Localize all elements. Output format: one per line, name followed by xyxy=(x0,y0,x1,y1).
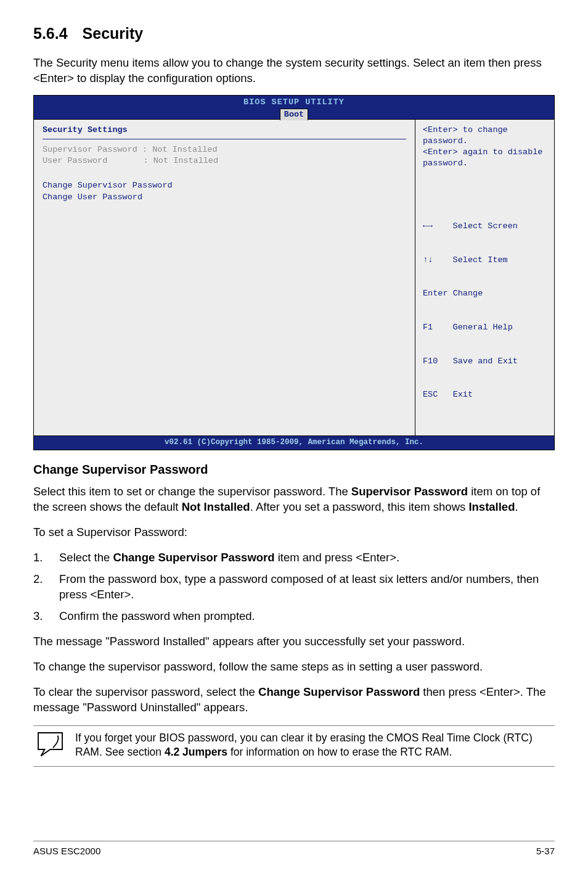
body-paragraph: To set a Supervisor Password: xyxy=(33,525,555,540)
select-screen-label: Select Screen xyxy=(453,221,518,231)
general-help-label: General Help xyxy=(453,323,513,332)
supervisor-row: Supervisor Password : Not Installed xyxy=(43,144,406,155)
change-label: Change xyxy=(453,289,483,298)
note-icon xyxy=(35,731,64,757)
body-paragraph: Select this item to set or change the su… xyxy=(33,484,555,515)
note-box: If you forget your BIOS password, you ca… xyxy=(33,725,555,767)
note-text: If you forget your BIOS password, you ca… xyxy=(75,731,555,760)
list-item: 3. Confirm the password when prompted. xyxy=(33,609,555,624)
user-label: User Password xyxy=(43,156,107,165)
enter-key-label: Enter xyxy=(423,289,448,298)
text-fragment: To clear the supervisor password, select… xyxy=(33,685,258,698)
user-row: User Password : Not Installed xyxy=(43,155,406,167)
text-fragment: . After you set a password, this item sh… xyxy=(250,500,469,513)
footer-right: 5-37 xyxy=(536,845,555,857)
text-fragment: . xyxy=(515,500,518,513)
numbered-list: 1. Select the Change Supervisor Password… xyxy=(33,550,555,624)
intro-paragraph: The Security menu items allow you to cha… xyxy=(33,56,555,86)
change-user-password: Change User Password xyxy=(43,192,406,203)
key-help-row: Enter Change xyxy=(423,288,547,299)
list-text: Select the Change Supervisor Password it… xyxy=(59,550,555,566)
esc-key-label: ESC xyxy=(423,390,438,399)
footer-left: ASUS ESC2000 xyxy=(33,845,100,857)
bios-body: Security Settings Supervisor Password : … xyxy=(34,119,554,435)
list-item: 2. From the password box, type a passwor… xyxy=(33,572,555,603)
list-number: 2. xyxy=(33,572,59,603)
f1-key-label: F1 xyxy=(423,323,433,332)
subheading: Change Supervisor Password xyxy=(33,461,555,478)
key-help-row: F10 Save and Exit xyxy=(423,356,547,367)
bios-header: BIOS SETUP UTILITY Boot xyxy=(34,96,554,119)
body-paragraph: The message "Password Installed" appears… xyxy=(33,634,555,650)
bold-text: Installed xyxy=(468,500,515,513)
hint-line-2: <Enter> again to disable password. xyxy=(423,147,547,169)
bios-left-pane: Security Settings Supervisor Password : … xyxy=(34,120,415,435)
key-help-row: ↑↓ Select Item xyxy=(423,255,547,266)
save-exit-label: Save and Exit xyxy=(453,357,518,366)
bios-title: BIOS SETUP UTILITY xyxy=(34,97,554,108)
user-value: : Not Installed xyxy=(144,156,219,165)
list-text: Confirm the password when prompted. xyxy=(59,609,555,624)
exit-label: Exit xyxy=(453,390,473,399)
bios-divider xyxy=(43,139,406,139)
hint-line-1: <Enter> to change password. xyxy=(423,125,547,147)
body-paragraph: To change the supervisor password, follo… xyxy=(33,659,555,675)
list-number: 3. xyxy=(33,609,59,624)
text-fragment: for information on how to erase the RTC … xyxy=(227,746,452,758)
supervisor-value: : Not Installed xyxy=(142,145,218,154)
body-paragraph: To clear the supervisor password, select… xyxy=(33,685,555,716)
arrows-ud-icon: ↑↓ xyxy=(423,255,433,265)
text-fragment: Select the xyxy=(59,551,113,564)
bios-screenshot: BIOS SETUP UTILITY Boot Security Setting… xyxy=(33,95,555,450)
key-help-row: F1 General Help xyxy=(423,322,547,333)
change-supervisor-password: Change Supervisor Password xyxy=(43,180,406,191)
section-heading: 5.6.4 Security xyxy=(33,23,555,44)
key-help-row: ←→ Select Screen xyxy=(423,221,547,232)
bold-text: Change Supervisor Password xyxy=(113,551,274,564)
bold-text: Supervisor Password xyxy=(351,485,468,498)
bold-text: 4.2 Jumpers xyxy=(165,746,227,758)
bios-footer: v02.61 (C)Copyright 1985-2009, American … xyxy=(34,435,554,450)
list-text: From the password box, type a password c… xyxy=(59,572,555,603)
text-fragment: item and press <Enter>. xyxy=(275,551,400,564)
bold-text: Not Installed xyxy=(182,500,250,513)
key-help-row: ESC Exit xyxy=(423,389,547,400)
text-fragment: Select this item to set or change the su… xyxy=(33,485,351,498)
page-footer: ASUS ESC2000 5-37 xyxy=(33,841,555,870)
bios-tab-boot: Boot xyxy=(280,109,308,120)
f10-key-label: F10 xyxy=(423,357,438,366)
security-settings-title: Security Settings xyxy=(43,125,406,136)
arrows-lr-icon: ←→ xyxy=(423,221,433,231)
bold-text: Change Supervisor Password xyxy=(258,685,420,698)
heading-number: 5.6.4 xyxy=(33,23,68,44)
supervisor-label: Supervisor Password xyxy=(43,145,137,154)
heading-text: Security xyxy=(83,23,144,44)
bios-right-pane: <Enter> to change password. <Enter> agai… xyxy=(415,120,554,435)
select-item-label: Select Item xyxy=(453,255,508,265)
list-item: 1. Select the Change Supervisor Password… xyxy=(33,550,555,566)
list-number: 1. xyxy=(33,550,59,566)
